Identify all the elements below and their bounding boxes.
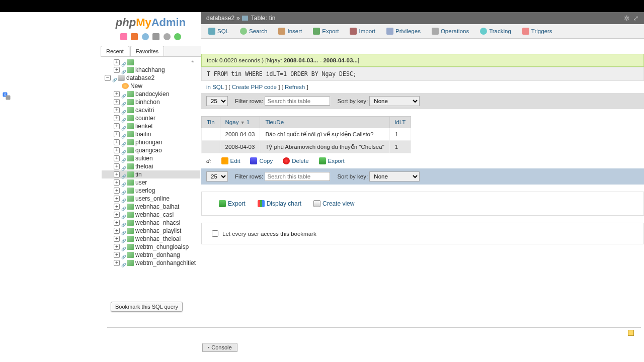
expand-icon[interactable] <box>114 59 120 65</box>
delete-action[interactable]: Delete <box>283 157 308 164</box>
sort-select-bottom[interactable]: None <box>369 171 420 182</box>
expand-icon[interactable] <box>114 163 120 169</box>
nav-search[interactable]: Search <box>237 26 270 36</box>
table-node[interactable] <box>102 59 200 66</box>
nav-insert[interactable]: Insert <box>275 26 305 36</box>
expand-icon[interactable] <box>114 260 120 266</box>
expand-icon[interactable] <box>114 139 120 145</box>
nav-operations[interactable]: Operations <box>429 26 472 36</box>
page-settings-icon[interactable]: ✲ <box>624 14 630 22</box>
expand-icon[interactable] <box>114 220 120 226</box>
expand-icon[interactable] <box>114 67 120 73</box>
table-node-users_online[interactable]: users_online <box>102 195 200 203</box>
table-node-loaitin[interactable]: loaitin <box>102 130 200 138</box>
expand-icon[interactable] <box>114 171 120 177</box>
nav-import[interactable]: Import <box>347 26 378 36</box>
table-node-counter[interactable]: counter <box>102 114 200 122</box>
settings-icon[interactable] <box>152 33 159 40</box>
bc-db[interactable]: database2 <box>206 15 234 22</box>
ops-view[interactable]: Create view <box>313 200 354 207</box>
table-node-quangcao[interactable]: quangcao <box>102 146 200 154</box>
table-node-webtm_donhangchitiet[interactable]: webtm_donhangchitiet <box>102 259 200 267</box>
expand-icon[interactable] <box>114 196 120 202</box>
expand-icon[interactable] <box>114 91 120 97</box>
table-node-webnhac_nhacsi[interactable]: webnhac_nhacsi <box>102 219 200 227</box>
tree-scroll[interactable]: ⚭ khachhang database2 <box>101 57 201 362</box>
expand-icon[interactable] <box>114 188 120 194</box>
nav-export[interactable]: Export <box>310 26 342 36</box>
expand-icon[interactable] <box>114 147 120 153</box>
db-node-database2[interactable]: database2 <box>102 74 200 82</box>
th-tieude[interactable]: TieuDe <box>260 117 389 128</box>
table-node-binhchon[interactable]: binhchon <box>102 98 200 106</box>
table-node-khachhang[interactable]: khachhang <box>102 66 200 74</box>
expand-icon[interactable] <box>114 204 120 210</box>
tab-recent[interactable]: Recent <box>101 46 129 56</box>
expand-icon[interactable] <box>114 212 120 218</box>
expand-icon[interactable] <box>114 131 120 137</box>
th-ngay[interactable]: Ngay ▼ 1 <box>220 117 260 128</box>
docs-icon[interactable] <box>142 33 149 40</box>
translate-icon[interactable]: G <box>2 92 11 101</box>
filter-input[interactable] <box>265 97 330 106</box>
bc-table[interactable]: tin <box>269 15 276 22</box>
ops-chart[interactable]: Display chart <box>258 200 301 207</box>
reload-icon[interactable] <box>174 33 181 40</box>
collapse-link-icon[interactable]: ⚭ <box>191 59 195 64</box>
expand-icon[interactable] <box>114 123 120 129</box>
table-row[interactable]: 2008-04-03Báo chí quốc tế nói gì về sự k… <box>202 128 411 141</box>
table-node-tin[interactable]: tin <box>102 170 200 178</box>
home-icon[interactable] <box>120 33 127 40</box>
create-php-link[interactable]: Create PHP code <box>232 84 277 90</box>
th-tin[interactable]: Tin <box>202 117 220 128</box>
refresh-link[interactable]: Refresh <box>285 84 305 90</box>
table-node-lienket[interactable]: lienket <box>102 122 200 130</box>
table-node-user[interactable]: user <box>102 178 200 187</box>
nav-triggers[interactable]: Triggers <box>519 26 555 36</box>
expand-icon[interactable] <box>114 236 120 242</box>
rows-select[interactable]: 25 <box>206 96 228 106</box>
color-square-icon[interactable] <box>628 330 634 336</box>
table-node-webnhac_theloai[interactable]: webnhac_theloai <box>102 235 200 243</box>
nav-sql[interactable]: SQL <box>205 26 232 36</box>
collapse-icon[interactable] <box>105 75 111 81</box>
filter-input-bottom[interactable] <box>265 172 330 181</box>
copy-action[interactable]: Copy <box>250 157 273 164</box>
ops-export[interactable]: Export <box>219 200 246 207</box>
console-tab[interactable]: Console <box>202 343 237 352</box>
export-action[interactable]: Export <box>319 157 345 164</box>
table-node-webnhac_baihat[interactable]: webnhac_baihat <box>102 203 200 211</box>
nav-privileges[interactable]: Privileges <box>383 26 424 36</box>
logout-icon[interactable] <box>131 33 138 40</box>
logo[interactable]: phpMyAdmin <box>101 12 201 31</box>
table-node-webtm_chungloaisp[interactable]: webtm_chungloaisp <box>102 243 200 251</box>
table-row[interactable]: 2008-04-03Tỷ phú Abramovich đóng du thuy… <box>202 141 411 153</box>
table-node-sukien[interactable]: sukien <box>102 154 200 162</box>
gear-icon[interactable] <box>164 33 171 40</box>
table-node-userlog[interactable]: userlog <box>102 187 200 195</box>
edit-inline-link[interactable]: in SQL <box>206 84 224 90</box>
nav-tracking[interactable]: Tracking <box>477 26 514 36</box>
th-idlt[interactable]: idLT <box>389 117 411 128</box>
table-node-webnhac_playlist[interactable]: webnhac_playlist <box>102 227 200 235</box>
table-node-bandocykien[interactable]: bandocykien <box>102 90 200 98</box>
table-node-webnhac_casi[interactable]: webnhac_casi <box>102 211 200 219</box>
expand-icon[interactable] <box>114 179 120 186</box>
page-collapse-icon[interactable]: ⤢ <box>633 14 639 22</box>
sort-select[interactable]: None <box>369 96 420 106</box>
new-node[interactable]: New <box>102 82 200 90</box>
expand-icon[interactable] <box>114 115 120 121</box>
expand-icon[interactable] <box>114 155 120 161</box>
edit-action[interactable]: Edit <box>221 157 240 164</box>
table-node-cacvitri[interactable]: cacvitri <box>102 106 200 114</box>
bookmark-checkbox[interactable] <box>212 230 218 237</box>
expand-icon[interactable] <box>114 244 120 250</box>
expand-icon[interactable] <box>114 107 120 113</box>
tab-favorites[interactable]: Favorites <box>130 46 164 56</box>
rows-select-bottom[interactable]: 25 <box>206 171 228 182</box>
expand-icon[interactable] <box>114 99 120 105</box>
table-node-webtm_donhang[interactable]: webtm_donhang <box>102 251 200 259</box>
table-node-theloai[interactable]: theloai <box>102 162 200 170</box>
expand-icon[interactable] <box>114 228 120 234</box>
table-node-phuongan[interactable]: phuongan <box>102 138 200 146</box>
